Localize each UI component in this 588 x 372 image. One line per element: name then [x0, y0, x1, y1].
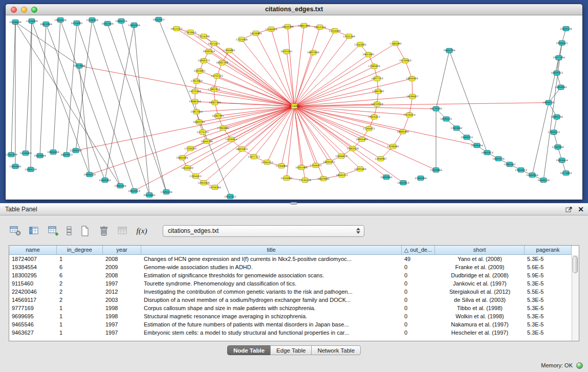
- table-cell[interactable]: 0: [402, 312, 435, 320]
- red-edge[interactable]: [294, 106, 393, 147]
- network-node[interactable]: 17485033: [368, 64, 380, 69]
- network-node[interactable]: 18204471: [323, 160, 335, 164]
- table-cell[interactable]: 1: [57, 329, 103, 337]
- new-document-icon[interactable]: [78, 224, 92, 238]
- red-edge[interactable]: [405, 61, 412, 79]
- network-node[interactable]: 15850304: [128, 23, 140, 27]
- splitter-handle[interactable]: [290, 202, 297, 205]
- network-node[interactable]: 16251448: [295, 165, 307, 170]
- network-node[interactable]: 16642394: [443, 48, 455, 53]
- network-node[interactable]: 10913704: [314, 25, 325, 29]
- network-node[interactable]: 18203022: [153, 17, 164, 21]
- table-cell[interactable]: 9699695: [9, 312, 57, 320]
- table-panel-header[interactable]: Table Panel ✕: [0, 203, 588, 215]
- network-node[interactable]: 17059042: [450, 126, 462, 130]
- table-cell[interactable]: de Silva et al. (2003): [435, 296, 525, 304]
- network-node[interactable]: 21905904: [415, 176, 426, 181]
- table-cell[interactable]: Hescheler et al. (1997): [435, 329, 525, 337]
- red-edge[interactable]: [76, 106, 294, 151]
- network-node[interactable]: 15016312: [368, 115, 380, 119]
- network-node[interactable]: 18544706: [201, 139, 212, 144]
- network-node[interactable]: 17854412: [189, 174, 201, 179]
- table-cell[interactable]: 2009: [103, 263, 141, 271]
- window-titlebar[interactable]: citations_edges.txt: [6, 4, 582, 15]
- column-header[interactable]: pagerank: [525, 246, 572, 255]
- table-cell[interactable]: 1: [57, 304, 103, 312]
- network-node[interactable]: 16093742: [193, 120, 205, 124]
- table-cell[interactable]: 18724007: [9, 255, 57, 263]
- network-node[interactable]: 11226059: [26, 18, 37, 23]
- network-node[interactable]: 18798392: [387, 144, 399, 149]
- network-node[interactable]: 12940907: [375, 157, 386, 161]
- table-row[interactable]: 1456911722003Disruption of a novel membe…: [9, 296, 572, 304]
- table-cell[interactable]: 5.3E-5: [525, 255, 572, 263]
- delete-table-icon[interactable]: [97, 224, 111, 238]
- table-cell[interactable]: Estimation of the future numbers of pati…: [141, 320, 402, 329]
- table-cell[interactable]: 9777169: [9, 304, 57, 312]
- network-node[interactable]: 16779195: [430, 106, 442, 111]
- network-node[interactable]: 15059044: [430, 168, 442, 172]
- network-node[interactable]: 15958745: [542, 100, 554, 105]
- table-row[interactable]: 1938455462009Genome-wide association stu…: [9, 263, 572, 271]
- column-header[interactable]: △ out_de...: [402, 246, 435, 255]
- table-cell[interactable]: 5.3E-5: [525, 312, 572, 320]
- network-node[interactable]: 18459013: [397, 181, 409, 185]
- network-node[interactable]: 16905913: [481, 150, 493, 155]
- network-node[interactable]: 12160524: [265, 27, 277, 31]
- network-node[interactable]: 15950713: [198, 58, 209, 63]
- vertical-scrollbar[interactable]: [572, 255, 579, 341]
- network-node[interactable]: 18307529: [209, 100, 221, 105]
- close-window-icon[interactable]: [11, 7, 17, 13]
- table-cell[interactable]: 9115460: [9, 279, 57, 288]
- red-edge[interactable]: [267, 106, 294, 163]
- black-edge[interactable]: [60, 20, 120, 186]
- table-cell[interactable]: 5.5E-5: [525, 288, 572, 296]
- network-node[interactable]: 15956619: [335, 154, 347, 159]
- network-node[interactable]: 17590134: [160, 190, 172, 194]
- table-cell[interactable]: Embryonic stem cells: a model to study s…: [141, 329, 402, 337]
- table-cell[interactable]: 1: [57, 255, 103, 263]
- network-node[interactable]: 19590133: [83, 172, 95, 177]
- network-node[interactable]: 16977753: [371, 76, 383, 81]
- table-cell[interactable]: Wolkin et al. (1998): [435, 312, 525, 320]
- table-cell[interactable]: 9465546: [9, 320, 57, 329]
- network-node[interactable]: 19059013: [515, 168, 527, 172]
- red-edge[interactable]: [294, 106, 436, 109]
- export-table-icon[interactable]: [116, 224, 130, 238]
- network-node[interactable]: 19861096: [298, 23, 310, 28]
- network-node[interactable]: 12103504: [552, 145, 563, 149]
- red-edge[interactable]: [90, 106, 294, 175]
- network-node[interactable]: 16774852: [560, 171, 572, 176]
- black-edge[interactable]: [15, 22, 79, 66]
- table-cell[interactable]: 1998: [103, 312, 141, 320]
- table-cell[interactable]: 5.6E-5: [525, 263, 572, 271]
- red-edge[interactable]: [294, 106, 403, 132]
- red-edge[interactable]: [409, 97, 412, 115]
- network-node[interactable]: 17764804: [275, 164, 287, 168]
- network-node[interactable]: 16059042: [380, 175, 392, 180]
- black-edge[interactable]: [46, 24, 105, 180]
- network-node[interactable]: 19245012: [224, 194, 236, 199]
- network-node[interactable]: 16033042: [317, 177, 329, 181]
- network-node[interactable]: 17236243: [184, 146, 196, 151]
- network-node[interactable]: 15905139: [25, 167, 36, 172]
- table-cell[interactable]: 1997: [103, 329, 141, 337]
- network-node[interactable]: 17222406: [235, 37, 247, 41]
- table-cell[interactable]: Structural magnetic resonance image aver…: [141, 312, 402, 320]
- network-node[interactable]: 15256911: [225, 137, 237, 142]
- network-node[interactable]: 12775712: [197, 130, 208, 135]
- tab-edge-table[interactable]: Edge Table: [270, 345, 312, 355]
- network-node[interactable]: 16821656: [307, 50, 319, 55]
- network-node[interactable]: 11607842: [372, 89, 384, 94]
- network-node[interactable]: 15059134: [560, 26, 572, 31]
- table-cell[interactable]: 1: [57, 320, 103, 329]
- network-node[interactable]: 18055563: [235, 147, 247, 151]
- network-node[interactable]: 19586110: [189, 99, 201, 104]
- red-edge[interactable]: [190, 32, 294, 106]
- table-cell[interactable]: 1997: [103, 279, 141, 288]
- red-edge[interactable]: [294, 92, 378, 106]
- table-cell[interactable]: 2012: [103, 288, 141, 296]
- network-node[interactable]: 20513040: [73, 63, 85, 68]
- table-cell[interactable]: 5.3E-5: [525, 329, 572, 337]
- black-edge[interactable]: [11, 22, 15, 155]
